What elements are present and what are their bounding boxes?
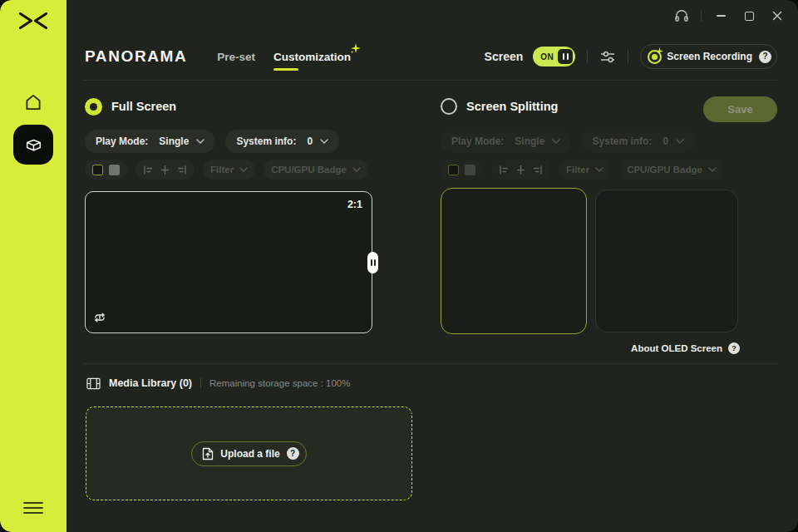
cpu-gpu-badge-dropdown-disabled: CPU/GPU Badge <box>619 160 724 180</box>
minimize-button[interactable] <box>707 3 735 28</box>
full-screen-tools-row: Filter CPU/GPU Badge <box>85 160 374 180</box>
split-zone-left[interactable] <box>441 188 587 334</box>
header-divider <box>587 50 588 63</box>
file-upload-icon <box>202 447 214 461</box>
about-oled-label: About OLED Screen <box>631 343 722 353</box>
filter-dropdown: Filter <box>203 160 255 180</box>
media-library-header: Media Library (0) Remaining storage spac… <box>86 375 350 392</box>
cpu-gpu-badge-dropdown: CPU/GPU Badge <box>264 160 368 180</box>
system-info-dropdown[interactable]: System info: 0 <box>225 130 339 153</box>
screen-power-toggle[interactable]: ON <box>533 47 575 66</box>
align-right-icon[interactable] <box>176 165 187 175</box>
screen-recording-label: Screen Recording <box>667 51 752 62</box>
upload-help-icon[interactable]: ? <box>287 447 299 460</box>
tab-pre-set[interactable]: Pre-set <box>217 51 255 63</box>
system-info-value: 0 <box>307 135 313 147</box>
screen-splitting-tools-row: Filter CPU/GPU Badge <box>441 160 778 180</box>
about-help-icon[interactable]: ? <box>728 342 740 354</box>
align-center-icon <box>515 165 526 175</box>
system-info-value: 0 <box>663 135 668 147</box>
filled-square-icon <box>465 165 475 175</box>
repeat-icon <box>93 312 106 323</box>
filter-label: Filter <box>566 165 589 175</box>
tab-bar: Pre-set Customization <box>217 51 351 63</box>
align-right-icon <box>532 165 543 175</box>
media-library-title: Media Library (0) <box>109 377 192 389</box>
screen-splitting-section: Screen Splitting Save Play Mode: Single … <box>441 95 778 354</box>
titlebar-divider <box>701 10 702 22</box>
align-left-icon <box>499 165 510 175</box>
brand-logo-icon <box>17 10 49 35</box>
tab-customization-label: Customization <box>273 51 351 63</box>
header-right-controls: Screen ON Screen Recording ? <box>485 44 777 69</box>
sliders-icon <box>599 49 616 65</box>
about-oled-row: About OLED Screen ? <box>441 342 740 354</box>
tab-customization[interactable]: Customization <box>273 51 351 63</box>
align-center-icon[interactable] <box>160 165 170 175</box>
headphones-icon <box>673 7 690 24</box>
sidebar-item-screen-box[interactable] <box>13 125 53 165</box>
outline-square-icon[interactable] <box>92 165 103 175</box>
media-divider <box>200 378 201 388</box>
home-icon <box>22 91 44 113</box>
titlebar <box>66 0 798 32</box>
recording-help-icon[interactable]: ? <box>759 51 771 63</box>
aspect-ratio-label: 2:1 <box>347 199 362 210</box>
record-dot-icon <box>649 52 660 62</box>
save-button[interactable]: Save <box>703 96 777 122</box>
menu-icon[interactable] <box>23 499 43 517</box>
alignment-toggle[interactable] <box>135 160 195 180</box>
screen-preview: 2:1 <box>85 191 372 333</box>
upload-dropzone[interactable]: Upload a file ? <box>86 406 412 500</box>
pause-icon[interactable] <box>558 49 573 64</box>
support-headphones-button[interactable] <box>667 3 696 28</box>
app-window: PANORAMA Pre-set Customization Screen ON <box>0 0 798 532</box>
chevron-down-icon <box>352 167 361 172</box>
fill-mode-toggle[interactable] <box>85 160 127 180</box>
box-icon <box>23 135 44 155</box>
fill-mode-toggle-disabled <box>441 160 483 180</box>
play-mode-dropdown[interactable]: Play Mode: Single <box>85 130 215 153</box>
full-screen-header: Full Screen <box>85 95 374 118</box>
cpu-gpu-badge-label: CPU/GPU Badge <box>627 165 702 175</box>
split-zone-right[interactable] <box>595 190 738 332</box>
storage-status: Remaining storage space : 100% <box>209 378 350 388</box>
chevron-down-icon <box>196 139 204 144</box>
preview-pause-handle[interactable] <box>367 252 378 273</box>
chevron-down-icon <box>595 167 603 172</box>
loop-playback-button[interactable] <box>93 312 106 327</box>
app-header: PANORAMA Pre-set Customization Screen ON <box>85 42 777 71</box>
full-screen-pill-row: Play Mode: Single System info: 0 <box>85 130 374 153</box>
media-section-rule <box>83 363 777 364</box>
play-mode-value: Single <box>159 135 189 147</box>
screen-label: Screen <box>485 50 524 63</box>
screen-splitting-pill-row: Play Mode: Single System info: 0 <box>441 130 778 153</box>
screen-splitting-radio[interactable] <box>441 98 457 115</box>
system-info-label: System info: <box>236 135 296 147</box>
sidebar-item-home[interactable] <box>22 91 44 113</box>
upload-file-button[interactable]: Upload a file ? <box>191 441 306 466</box>
align-left-icon[interactable] <box>143 165 154 175</box>
chevron-down-icon <box>552 139 560 144</box>
full-screen-radio[interactable] <box>85 98 102 116</box>
maximize-button[interactable] <box>735 3 763 28</box>
close-icon <box>772 11 782 21</box>
display-settings-button[interactable] <box>599 49 616 65</box>
system-info-dropdown-disabled: System info: 0 <box>581 130 695 153</box>
outline-square-icon <box>448 165 459 175</box>
chevron-down-icon <box>320 139 328 144</box>
alignment-toggle-disabled <box>491 160 550 180</box>
close-button[interactable] <box>763 3 791 28</box>
screen-recording-button[interactable]: Screen Recording ? <box>640 44 777 69</box>
upload-file-label: Upload a file <box>220 448 279 460</box>
minimize-icon <box>717 15 726 17</box>
toggle-state-label: ON <box>540 52 554 62</box>
header-rule <box>83 80 777 81</box>
full-screen-title: Full Screen <box>111 100 176 113</box>
filter-dropdown-disabled: Filter <box>559 160 611 180</box>
cpu-gpu-badge-label: CPU/GPU Badge <box>271 165 347 175</box>
tab-pre-set-label: Pre-set <box>217 51 255 63</box>
sidebar <box>0 0 66 532</box>
chevron-down-icon <box>239 167 248 172</box>
filled-square-icon[interactable] <box>109 165 120 175</box>
